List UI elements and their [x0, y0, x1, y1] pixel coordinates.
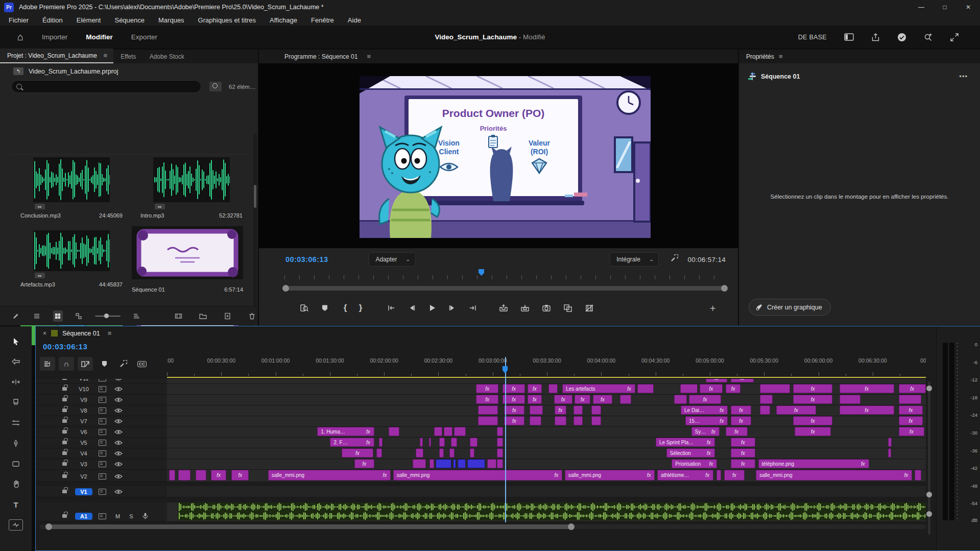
track-content-a1[interactable] [167, 502, 926, 522]
lock-icon[interactable] [62, 451, 67, 455]
timeline-clip[interactable] [453, 459, 456, 468]
item-name[interactable]: Séquence 01 [132, 286, 165, 293]
timeline-clip[interactable] [449, 448, 455, 458]
timeline-clip[interactable] [760, 405, 771, 415]
lock-icon[interactable] [62, 409, 67, 412]
track-content-v5[interactable]: 2. F…fxLe Sprint Pla…fxfx [167, 438, 926, 448]
track-content-v11[interactable]: fxfx [167, 379, 926, 384]
timeline-clip[interactable] [548, 384, 558, 393]
timeline-clip[interactable]: fx [689, 395, 721, 404]
menu-fichier[interactable]: Fichier [9, 16, 29, 24]
panel-menu-icon[interactable]: ≡ [367, 53, 371, 60]
new-bin-icon[interactable] [198, 310, 209, 322]
timeline-clip[interactable] [169, 470, 175, 481]
mute-button[interactable]: M [115, 513, 120, 519]
maximize-button[interactable]: □ [933, 0, 957, 14]
timeline-clip[interactable]: fx [554, 395, 572, 404]
selection-tool[interactable] [9, 336, 22, 347]
toggle-track-output-icon[interactable] [114, 419, 123, 424]
timeline-clip[interactable]: fx [476, 395, 499, 404]
timeline-clip[interactable]: fx [575, 395, 590, 404]
toggle-track-output-icon[interactable] [114, 462, 123, 467]
search-input[interactable] [11, 80, 201, 93]
source-patch-icon[interactable] [99, 379, 106, 381]
timeline-clip[interactable]: fx [231, 470, 249, 481]
source-patch-icon[interactable] [99, 473, 106, 480]
tab-adobe-stock[interactable]: Adobe Stock [142, 50, 190, 63]
timeline-clip[interactable] [915, 470, 921, 481]
timeline-clip[interactable] [376, 448, 381, 458]
timeline-clip[interactable]: fx [793, 416, 832, 425]
quick-export-icon[interactable] [871, 33, 880, 41]
track-name[interactable]: V1 [75, 488, 92, 495]
timeline-clip[interactable] [454, 427, 466, 436]
timeline-clip[interactable]: fx [731, 438, 755, 447]
close-button[interactable]: ✕ [957, 0, 980, 14]
track-name[interactable]: V2 [75, 473, 92, 480]
timeline-clip-sy-[interactable]: Sy…fx [691, 427, 720, 436]
export-frame-icon[interactable] [539, 300, 554, 316]
audio-thumbnail[interactable]: ▸▸ [33, 157, 110, 202]
timeline-clip-15-[interactable]: 15…fx [685, 416, 728, 425]
timeline-clip[interactable] [637, 384, 653, 393]
project-item[interactable]: Séquence 016:57:14 [132, 226, 243, 293]
mark-out-icon[interactable]: } [353, 300, 368, 316]
timeline-clip[interactable]: fx [354, 459, 374, 468]
track-name[interactable]: V10 [75, 386, 92, 392]
timeline-clip[interactable]: fx [724, 470, 745, 481]
nav-importer[interactable]: Importer [42, 33, 67, 41]
track-content-v10[interactable]: fxfxfxLes artefactsfxfxfxfxfxfx [167, 384, 926, 395]
toggle-track-output-icon[interactable] [114, 429, 123, 435]
menu-affichage[interactable]: Affichage [270, 16, 297, 24]
clip-search-icon[interactable] [297, 300, 312, 316]
timeline-clip[interactable] [467, 459, 485, 468]
track-header-v5[interactable]: V5 [36, 438, 167, 448]
step-forward-icon[interactable] [445, 300, 460, 316]
menu-s-quence[interactable]: Séquence [114, 16, 145, 24]
timeline-clip-le-dai-[interactable]: Le Dai…fx [681, 405, 728, 415]
timeline-clip[interactable] [478, 405, 498, 415]
timeline-clip[interactable]: fx [731, 405, 751, 415]
timeline-clip[interactable]: fx [840, 405, 894, 415]
tab-properties[interactable]: Propriétés ≡ [739, 50, 789, 63]
lift-icon[interactable] [496, 300, 511, 316]
source-patch-icon[interactable] [99, 429, 106, 435]
track-content-v2[interactable]: fxfxsalle_mmi.pngfxsalle_mmi.pngfxsalle_… [167, 470, 926, 482]
timeline-clip[interactable]: fx [776, 405, 816, 415]
hand-tool[interactable] [9, 478, 22, 490]
track-header-v11[interactable]: V11 [36, 379, 167, 384]
toggle-track-output-icon[interactable] [114, 387, 123, 392]
play-button[interactable] [424, 300, 440, 316]
track-name[interactable]: A1 [75, 513, 92, 520]
timeline-clip[interactable] [439, 448, 444, 458]
timeline-clip[interactable] [478, 416, 498, 425]
audio-thumbnail[interactable]: ▸▸ [33, 230, 110, 271]
rectangle-tool[interactable] [9, 458, 22, 469]
program-title[interactable]: Programme : Séquence 01 [284, 53, 357, 60]
readonly-toggle-icon[interactable] [11, 310, 21, 322]
timeline-clip[interactable] [389, 427, 399, 436]
captions-icon[interactable]: CC [134, 357, 150, 371]
remix-tool[interactable] [9, 519, 23, 531]
step-back-icon[interactable] [404, 300, 419, 316]
menu-fen-tre[interactable]: Fenêtre [311, 16, 334, 24]
timeline-clip[interactable]: fx [706, 379, 727, 382]
project-item[interactable]: ▸▸Artefacts.mp344:45837 [20, 230, 123, 288]
timeline-clip[interactable]: fx [528, 384, 542, 393]
new-item-icon[interactable] [222, 310, 233, 322]
timeline-clip[interactable]: fx [211, 470, 226, 481]
tab-effects[interactable]: Effets [113, 50, 142, 63]
solo-button[interactable]: S [129, 513, 133, 519]
source-patch-icon[interactable] [99, 408, 106, 414]
lock-icon[interactable] [62, 514, 67, 518]
menu-graphiques-et-titres[interactable]: Graphiques et titres [198, 16, 256, 24]
timeline-clip[interactable] [196, 470, 206, 481]
track-name[interactable]: V4 [75, 450, 92, 457]
zoom-slider[interactable] [95, 316, 121, 317]
add-marker-icon[interactable] [317, 300, 332, 316]
slip-tool[interactable] [9, 417, 22, 428]
timeline-marker-icon[interactable] [97, 357, 112, 371]
bin-up-icon[interactable]: ↰ [13, 67, 23, 75]
timeline-clip[interactable] [487, 459, 496, 468]
bin-name[interactable]: Video_Scrum_Lachaume.prproj [29, 68, 118, 75]
